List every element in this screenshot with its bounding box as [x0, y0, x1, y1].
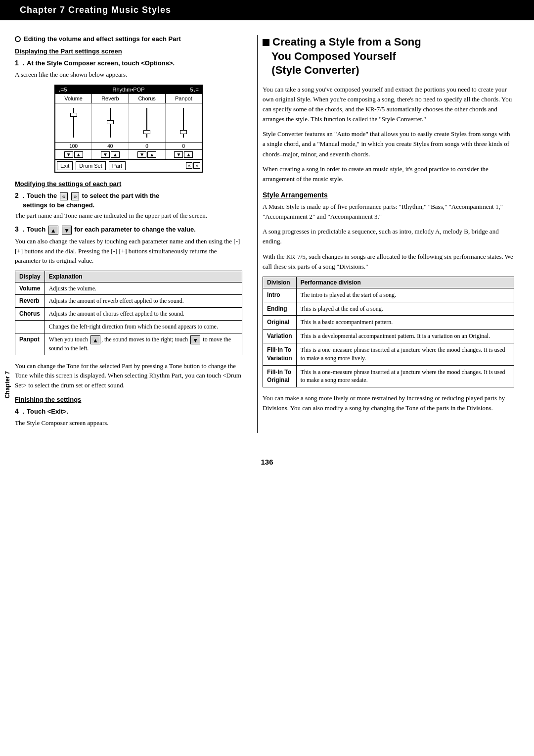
slider-handle-1 [70, 113, 77, 117]
mixer-val-4: 0 [166, 143, 202, 149]
step4-number: 4 [15, 407, 19, 415]
down-arrow-2[interactable]: ▼ [101, 151, 110, 158]
mixer-btn-chorus: Chorus [129, 94, 166, 103]
rt-cell-fillin-variation-desc: This is a one-measure phrase inserted at… [296, 343, 514, 366]
up-icon[interactable]: ▲ [48, 226, 58, 235]
slider-handle-2 [107, 120, 114, 124]
up-arrow-3[interactable]: ▲ [147, 151, 156, 158]
mixer-title-center: Rhythm•POP [67, 87, 190, 93]
down-arrow-1[interactable]: ▼ [64, 151, 73, 158]
subsection3-title: Finishing the settings [15, 396, 242, 403]
table-row: Fill-In ToOriginal This is a one-measure… [263, 365, 514, 387]
up-arrow-4[interactable]: ▲ [184, 151, 193, 158]
subsection2-title: Modifying the settings of each part [15, 180, 242, 188]
table-row: Fill-In ToVariation This is a one-measur… [263, 343, 514, 366]
step2: 2 ．Touch the « » to select the part with… [15, 191, 242, 221]
table-header-explanation: Explanation [44, 271, 242, 282]
mixer-val-2: 40 [92, 143, 129, 149]
table-row: Panpot When you touch ▲, the sound moves… [15, 333, 242, 355]
table-row: Intro The intro is played at the start o… [263, 288, 514, 302]
page: Chapter 7 Creating Music Styles Editing … [0, 0, 534, 756]
mixer-btn-reverb: Reverb [92, 94, 129, 103]
mixer-sliders [55, 103, 202, 143]
chapter-sidebar-label: Chapter 7 [4, 371, 11, 398]
up-arrow-1[interactable]: ▲ [74, 151, 83, 158]
mixer-values-row: 100 40 0 0 [55, 143, 202, 150]
step3-text2: for each parameter to change the value. [74, 226, 196, 233]
nav-prev-btn[interactable]: « [186, 162, 193, 169]
step1-detail: A screen like the one shown below appear… [15, 70, 242, 80]
mixer-exit-btn[interactable]: Exit [57, 161, 73, 170]
mixer-val-3: 0 [129, 143, 166, 149]
arrow-cell-3: ▼ ▲ [129, 150, 166, 159]
mixer-footer: Exit Drum Set Part « » [55, 160, 202, 172]
right-para6: With the KR-7/5, such changes in songs a… [263, 252, 514, 272]
mixer-title-left: ♩=5 [58, 87, 67, 93]
table-row: Chorus Adjusts the amount of chorus effe… [15, 308, 242, 321]
table-cell-exp-reverb: Adjusts the amount of reverb effect appl… [44, 295, 242, 308]
down-arrow-4[interactable]: ▼ [174, 151, 183, 158]
chapter-title: Chapter 7 Creating Music Styles [20, 5, 171, 15]
step4: 4 ．Touch <Exit>. The Style Composer scre… [15, 407, 242, 428]
mixer-drumset-btn[interactable]: Drum Set [76, 161, 105, 170]
mixer-nav-btns: « » [186, 160, 202, 172]
chapter-header: Chapter 7 Creating Music Styles [0, 0, 534, 20]
step2-detail: The part name and Tone name are indicate… [15, 211, 242, 221]
step4-instruction: 4 ．Touch <Exit>. [15, 407, 242, 416]
rt-cell-fillin-original-desc: This is a one-measure phrase inserted at… [296, 365, 514, 387]
step2-bold: settings to be changed. [23, 201, 242, 209]
mixer-part-btn[interactable]: Part [109, 161, 126, 170]
step1-number: 1 [15, 59, 19, 67]
nav-next-btn[interactable]: » [193, 162, 200, 169]
step2-text2: to select the part with the [82, 192, 160, 199]
table-row: Reverb Adjusts the amount of reverb effe… [15, 295, 242, 308]
table-cell-display-blank [15, 320, 45, 333]
right-para2: Style Converter features an "Auto mode" … [263, 129, 514, 159]
slider-line-4 [183, 108, 184, 138]
page-number: 136 [0, 458, 534, 476]
table-cell-exp-chorus: Adjusts the amount of chorus effect appl… [44, 308, 242, 321]
arrow-cell-2: ▼ ▲ [92, 150, 129, 159]
table-cell-display-volume: Volume [15, 282, 45, 295]
mixer-arrows-row: ▼ ▲ ▼ ▲ ▼ ▲ ▼ ▲ [55, 150, 202, 160]
down-arrow-3[interactable]: ▼ [137, 151, 146, 158]
down-icon[interactable]: ▼ [62, 226, 72, 235]
left-column: Editing the volume and effect settings f… [15, 35, 257, 433]
rt-cell-variation-desc: This is a developmental accompaniment pa… [296, 330, 514, 343]
slider-col-3 [129, 103, 166, 142]
right-para7: You can make a song more lively or more … [263, 393, 514, 413]
step2-text: ．Touch the [20, 192, 59, 199]
divisions-table: Division Performance division Intro The … [263, 277, 514, 387]
slider-line-1 [73, 108, 74, 138]
step3-instruction: 3 ．Touch ▲ ▼ for each parameter to chang… [15, 225, 242, 235]
rt-cell-fillin-variation: Fill-In ToVariation [263, 343, 297, 366]
table-row: Ending This is played at the end of a so… [263, 302, 514, 316]
mixer-title-right: 5♩= [190, 87, 199, 93]
step3-number: 3 [15, 225, 19, 233]
table-header-display: Display [15, 271, 45, 282]
prev-icon-btn[interactable]: « [60, 192, 68, 200]
arrow-cell-4: ▼ ▲ [166, 150, 202, 159]
table-cell-exp-panpot: When you touch ▲, the sound moves to the… [44, 333, 242, 355]
rt-cell-intro: Intro [263, 288, 297, 302]
table-cell-display-reverb: Reverb [15, 295, 45, 308]
settings-table: Display Explanation Volume Adjusts the v… [15, 271, 242, 355]
slider-handle-3 [143, 130, 150, 134]
table-cell-exp-volume: Adjusts the volume. [44, 282, 242, 295]
mixer-btn-volume: Volume [55, 94, 92, 103]
right-para4: A Music Style is made up of five perform… [263, 202, 514, 222]
section-heading-text: Editing the volume and effect settings f… [24, 35, 181, 43]
next-icon-btn[interactable]: » [71, 192, 79, 200]
step1-instruction: 1 ．At the Style Composer screen, touch <… [15, 59, 242, 68]
step3-detail: You can also change the values by touchi… [15, 236, 242, 266]
up-panpot-icon: ▲ [90, 335, 100, 344]
table-row: Original This is a basic accompaniment p… [263, 316, 514, 330]
circle-bullet-icon [15, 36, 21, 42]
after-table-text: You can change the Tone for the selected… [15, 361, 242, 390]
right-column: Creating a Style from a Song You Compose… [257, 35, 514, 433]
arrow-cell-1: ▼ ▲ [55, 150, 92, 159]
table-cell-exp-blank: Changes the left-right direction from wh… [44, 320, 242, 333]
subsection1-title: Displaying the Part settings screen [15, 47, 242, 55]
step1: 1 ．At the Style Composer screen, touch <… [15, 59, 242, 80]
up-arrow-2[interactable]: ▲ [111, 151, 120, 158]
